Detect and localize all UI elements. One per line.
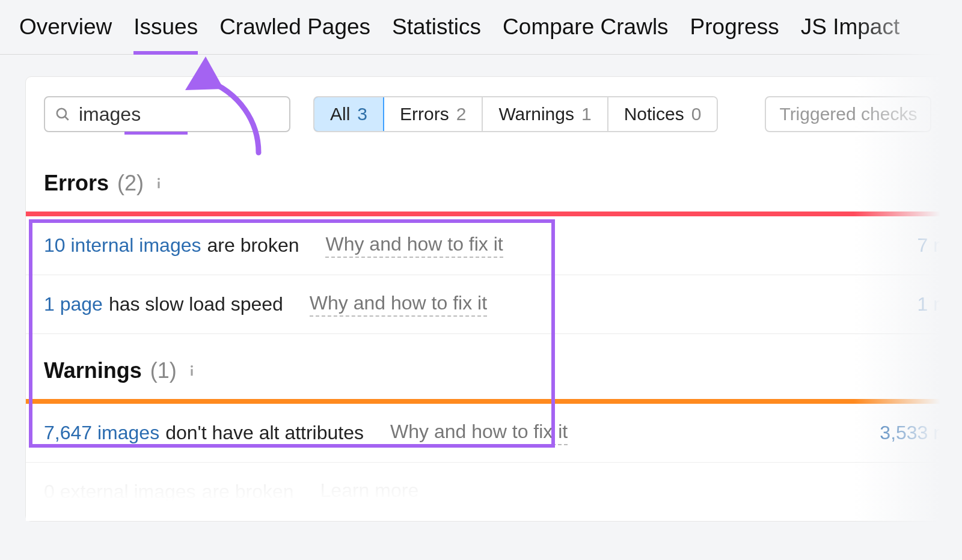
search-icon (55, 106, 70, 122)
filter-errors-count: 2 (456, 104, 467, 124)
issue-text: don't have alt attributes (165, 422, 364, 444)
filter-warnings[interactable]: Warnings 1 (483, 97, 608, 131)
tab-issues[interactable]: Issues (133, 14, 198, 54)
learn-more-link: Learn more (320, 479, 419, 504)
issue-link: 0 external images (44, 481, 196, 503)
filter-controls: All 3 Errors 2 Warnings 1 Notices 0 Trig… (26, 77, 962, 147)
search-box[interactable] (44, 96, 290, 132)
issue-text: has slow load speed (109, 293, 283, 315)
triggered-checks-label: Triggered checks (779, 104, 917, 124)
tab-statistics[interactable]: Statistics (392, 14, 481, 54)
search-input[interactable] (70, 103, 328, 126)
issue-row[interactable]: 7,647 images don't have alt attributes W… (26, 404, 962, 463)
filter-errors[interactable]: Errors 2 (384, 97, 483, 131)
issue-text: are broken (207, 234, 299, 257)
info-icon[interactable] (152, 175, 165, 192)
fix-link[interactable]: Why and how to fix it (325, 233, 503, 258)
svg-line-1 (65, 117, 68, 120)
svg-point-0 (57, 109, 66, 118)
filter-warnings-label: Warnings (498, 104, 574, 124)
report-tabs: Overview Issues Crawled Pages Statistics… (0, 0, 962, 55)
tab-progress[interactable]: Progress (690, 14, 779, 54)
filter-all[interactable]: All 3 (313, 96, 384, 132)
filter-all-count: 3 (357, 104, 367, 124)
tab-js-impact[interactable]: JS Impact (801, 14, 900, 54)
filter-notices[interactable]: Notices 0 (608, 97, 717, 131)
triggered-checks-dropdown[interactable]: Triggered checks (765, 96, 931, 132)
fix-link[interactable]: Why and how to fix it (310, 292, 487, 317)
filter-all-label: All (330, 104, 350, 124)
search-value-underline (124, 132, 188, 135)
svg-rect-6 (191, 369, 192, 376)
new-count[interactable]: 1 new (918, 293, 962, 315)
filter-warnings-count: 1 (581, 104, 592, 124)
warnings-header: Warnings (1) (26, 334, 962, 399)
new-count[interactable]: 3,533 new (880, 422, 962, 444)
errors-header: Errors (2) (26, 147, 962, 212)
svg-rect-4 (158, 181, 160, 188)
fix-link[interactable]: Why and how to fix it (390, 421, 568, 445)
filter-notices-count: 0 (691, 104, 702, 124)
errors-underline-bar (26, 212, 962, 216)
errors-title: Errors (44, 171, 109, 196)
issues-panel: All 3 Errors 2 Warnings 1 Notices 0 Trig… (25, 76, 962, 522)
warnings-count: (1) (150, 358, 177, 383)
severity-filter: All 3 Errors 2 Warnings 1 Notices 0 (313, 96, 718, 132)
issue-row[interactable]: 1 page has slow load speed Why and how t… (26, 275, 962, 334)
tab-compare-crawls[interactable]: Compare Crawls (503, 14, 669, 54)
errors-count: (2) (117, 171, 144, 196)
filter-errors-label: Errors (400, 104, 449, 124)
svg-point-7 (191, 365, 193, 368)
new-count[interactable]: 7 new (918, 234, 962, 257)
issue-link[interactable]: 1 page (44, 293, 103, 315)
issue-link[interactable]: 7,647 images (44, 422, 159, 444)
issue-row[interactable]: 10 internal images are broken Why and ho… (26, 216, 962, 275)
tab-crawled-pages[interactable]: Crawled Pages (219, 14, 370, 54)
issue-text: are broken (202, 481, 294, 503)
info-icon[interactable] (185, 362, 198, 379)
svg-point-5 (158, 178, 160, 180)
warnings-title: Warnings (44, 358, 142, 383)
issue-row-disabled: 0 external images are broken Learn more (26, 463, 962, 521)
tab-overview[interactable]: Overview (19, 14, 112, 54)
issue-link[interactable]: 10 internal images (44, 234, 201, 257)
filter-notices-label: Notices (624, 104, 684, 124)
warnings-underline-bar (26, 399, 962, 404)
